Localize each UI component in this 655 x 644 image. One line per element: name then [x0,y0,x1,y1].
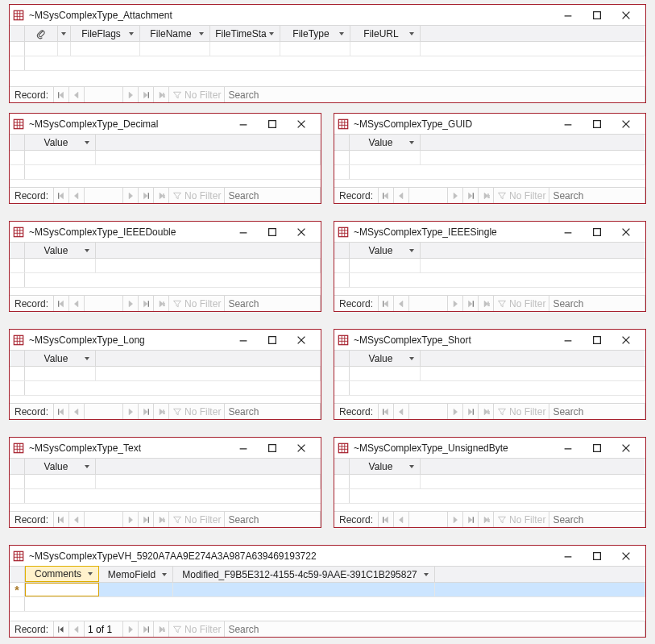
record-number[interactable] [409,404,448,419]
row-selector-header[interactable] [10,135,25,150]
record-number[interactable] [85,621,123,637]
filter-toggle[interactable]: No Filter [169,188,225,203]
close-button[interactable] [611,548,640,564]
search-input[interactable] [225,89,645,101]
record-number-input[interactable] [85,406,122,418]
minimize-button[interactable] [553,548,582,564]
filter-toggle[interactable]: No Filter [169,404,225,419]
nav-new-button[interactable] [154,404,169,419]
row-selector-header[interactable] [10,567,25,582]
column-header[interactable]: Value [25,351,96,366]
nav-first-button[interactable] [379,512,394,527]
maximize-button[interactable] [258,116,287,132]
filter-toggle[interactable]: No Filter [169,512,225,527]
record-number-input[interactable] [409,406,447,418]
maximize-button[interactable] [258,440,287,456]
nav-prev-button[interactable] [394,188,409,203]
new-record-row[interactable] [334,259,645,273]
row-selector[interactable] [10,151,25,164]
cell[interactable] [350,151,421,164]
nav-new-button[interactable] [479,404,494,419]
column-header[interactable]: MemoField [99,567,173,582]
row-selector-header[interactable] [10,243,25,258]
close-button[interactable] [611,332,640,348]
cell[interactable] [350,259,421,272]
nav-new-button[interactable] [479,188,494,203]
row-selector[interactable] [334,475,350,488]
nav-last-button[interactable] [139,188,154,203]
row-selector[interactable] [10,42,25,56]
nav-first-button[interactable] [54,512,69,527]
row-selector-header[interactable] [10,26,25,41]
nav-first-button[interactable] [54,404,69,419]
cell[interactable] [58,42,71,56]
maximize-button[interactable] [582,224,611,240]
close-button[interactable] [611,224,640,240]
column-header-attachment[interactable] [25,26,58,41]
search-input[interactable] [549,190,645,202]
nav-first-button[interactable] [379,188,394,203]
nav-prev-button[interactable] [69,87,85,102]
filter-toggle[interactable]: No Filter [494,512,549,527]
close-button[interactable] [287,332,316,348]
nav-first-button[interactable] [379,404,394,419]
record-number[interactable] [85,404,123,419]
row-selector[interactable]: * [10,583,25,596]
close-button[interactable] [287,116,316,132]
record-number-input[interactable] [85,298,122,310]
nav-prev-button[interactable] [69,296,85,311]
row-selector-header[interactable] [334,243,350,258]
minimize-button[interactable] [229,332,258,348]
filter-toggle[interactable]: No Filter [494,404,549,419]
cell[interactable] [71,42,140,56]
minimize-button[interactable] [553,7,582,23]
record-number-input[interactable] [409,190,447,202]
cell[interactable] [350,475,421,488]
nav-next-button[interactable] [123,188,139,203]
minimize-button[interactable] [229,116,258,132]
minimize-button[interactable] [553,332,582,348]
search-input[interactable] [549,406,645,418]
row-selector[interactable] [334,151,350,164]
cell[interactable] [25,475,96,488]
maximize-button[interactable] [582,116,611,132]
filter-toggle[interactable]: No Filter [494,188,549,203]
maximize-button[interactable] [582,7,611,23]
nav-new-button[interactable] [154,188,169,203]
nav-last-button[interactable] [139,404,154,419]
column-header[interactable]: Value [350,459,421,474]
record-number[interactable] [85,512,123,527]
record-number[interactable] [85,188,123,203]
nav-prev-button[interactable] [69,188,85,203]
row-selector-header[interactable] [334,351,350,366]
filter-toggle[interactable]: No Filter [169,621,225,637]
row-selector-header[interactable] [334,135,350,150]
close-button[interactable] [611,440,640,456]
nav-first-button[interactable] [54,87,69,102]
cell[interactable] [25,259,96,272]
new-record-row[interactable] [10,151,321,165]
new-record-row[interactable] [10,259,321,273]
new-record-row[interactable] [334,475,645,489]
nav-next-button[interactable] [448,296,463,311]
cell[interactable] [350,367,421,380]
cell[interactable] [25,42,58,56]
search-input[interactable] [225,406,320,418]
close-button[interactable] [287,224,316,240]
nav-last-button[interactable] [139,621,154,637]
nav-last-button[interactable] [139,296,154,311]
new-record-row[interactable] [10,367,321,381]
column-header[interactable]: FileURL [350,26,421,41]
row-selector[interactable] [10,475,25,488]
minimize-button[interactable] [553,224,582,240]
row-selector[interactable] [10,367,25,380]
nav-next-button[interactable] [123,512,139,527]
record-number[interactable] [409,296,448,311]
minimize-button[interactable] [229,440,258,456]
maximize-button[interactable] [258,224,287,240]
nav-new-button[interactable] [154,621,169,637]
nav-new-button[interactable] [154,296,169,311]
row-selector-header[interactable] [10,459,25,474]
nav-last-button[interactable] [139,87,154,102]
new-record-row[interactable] [10,42,645,56]
